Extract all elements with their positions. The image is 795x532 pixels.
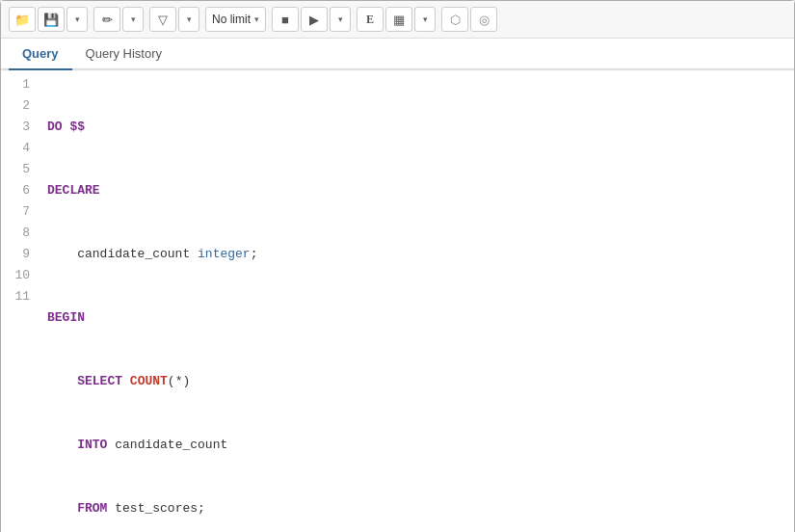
chevron-down-icon-4: ▾ — [254, 14, 259, 24]
edit-dropdown-button[interactable]: ▾ — [122, 7, 144, 32]
code-container[interactable]: 1 2 3 4 5 6 7 8 9 10 11 DO $$ DECLARE ca… — [1, 70, 794, 532]
file-group: ▾ — [9, 7, 88, 32]
run-button[interactable] — [301, 7, 328, 32]
code-line-4: BEGIN — [47, 307, 786, 329]
play-icon — [309, 12, 319, 27]
filter-dropdown-button[interactable]: ▾ — [178, 7, 199, 32]
db-connect-icon — [450, 12, 461, 27]
no-limit-label: No limit — [212, 13, 251, 26]
code-line-3: candidate_count integer; — [47, 244, 786, 265]
db-disconnect-button[interactable] — [470, 7, 497, 32]
db-connect-button[interactable] — [441, 7, 468, 32]
run-group: ▾ — [272, 7, 351, 32]
code-content[interactable]: DO $$ DECLARE candidate_count integer; B… — [40, 74, 794, 532]
line-numbers: 1 2 3 4 5 6 7 8 9 10 11 — [1, 74, 40, 532]
filter-button[interactable] — [149, 7, 176, 32]
chevron-down-icon-5: ▾ — [338, 14, 343, 24]
run-dropdown-button[interactable]: ▾ — [330, 7, 351, 32]
chevron-down-icon-6: ▾ — [423, 14, 428, 24]
open-button[interactable] — [9, 7, 36, 32]
toolbar: ▾ ▾ ▾ No limit ▾ — [1, 1, 794, 39]
top-tabs-bar: Query Query History — [1, 39, 794, 70]
pen-icon — [102, 12, 113, 27]
explain-group: E ▾ — [357, 7, 436, 32]
code-line-5: SELECT COUNT(*) — [47, 371, 786, 392]
file-dropdown-button[interactable]: ▾ — [66, 7, 88, 32]
explain-icon: E — [366, 13, 374, 27]
stop-icon — [281, 12, 289, 27]
save-button[interactable] — [38, 7, 65, 32]
explain-button[interactable]: E — [357, 7, 384, 32]
code-line-2: DECLARE — [47, 180, 786, 201]
filter-icon — [158, 12, 168, 27]
chart-button[interactable] — [385, 7, 412, 32]
db-group — [441, 7, 497, 32]
main-window: ▾ ▾ ▾ No limit ▾ — [0, 0, 795, 532]
chart-icon — [393, 12, 405, 27]
filter-group: ▾ — [149, 7, 199, 32]
chevron-down-icon-2: ▾ — [131, 14, 136, 24]
stop-button[interactable] — [272, 7, 299, 32]
code-line-7: FROM test_scores; — [47, 498, 786, 519]
tab-query-history[interactable]: Query History — [72, 39, 175, 70]
explain-dropdown-button[interactable]: ▾ — [414, 7, 436, 32]
edit-button[interactable] — [93, 7, 120, 32]
code-line-6: INTO candidate_count — [47, 435, 786, 456]
save-icon — [43, 12, 59, 27]
edit-group: ▾ — [93, 7, 144, 32]
folder-icon — [14, 12, 30, 27]
chevron-down-icon: ▾ — [75, 14, 80, 24]
tab-query[interactable]: Query — [9, 39, 72, 70]
db-disconnect-icon — [479, 12, 490, 27]
code-line-1: DO $$ — [47, 117, 786, 138]
no-limit-dropdown[interactable]: No limit ▾ — [205, 7, 266, 32]
limit-group: No limit ▾ — [205, 7, 266, 32]
chevron-down-icon-3: ▾ — [187, 14, 192, 24]
editor-area: 1 2 3 4 5 6 7 8 9 10 11 DO $$ DECLARE ca… — [1, 70, 794, 532]
